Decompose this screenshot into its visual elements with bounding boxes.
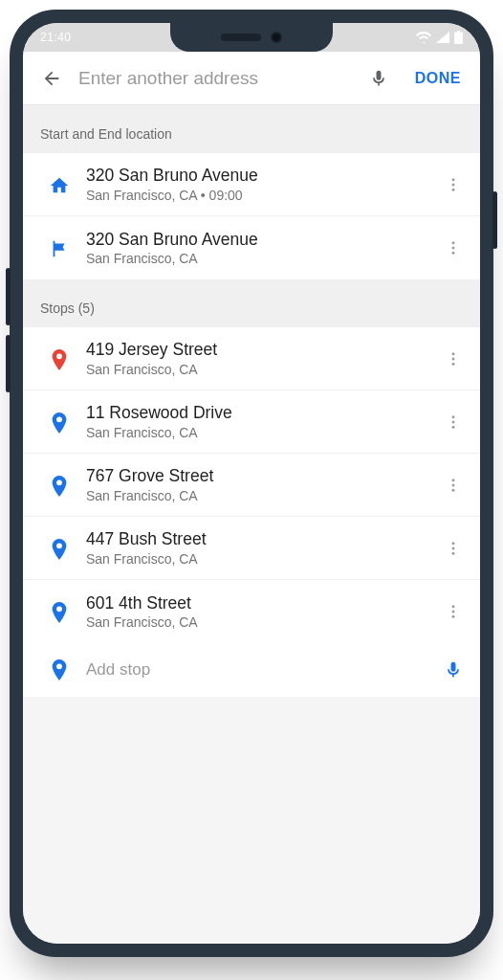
pin-icon	[40, 598, 78, 625]
add-stop-row[interactable]: Add stop	[23, 643, 480, 697]
done-button[interactable]: DONE	[405, 70, 470, 87]
notch	[170, 23, 333, 52]
svg-point-7	[452, 252, 455, 255]
more-vert-icon	[445, 540, 462, 557]
svg-point-12	[56, 416, 62, 422]
voice-search-button[interactable]	[360, 59, 398, 98]
section-header-stops: Stops (5)	[23, 279, 480, 327]
row-sub: San Francisco, CA	[86, 425, 436, 440]
svg-point-28	[56, 663, 62, 669]
screen: 21:40 DONE Start and End location	[23, 23, 480, 944]
svg-point-14	[452, 420, 455, 423]
section-header-start-end: Start and End location	[23, 105, 480, 153]
svg-point-10	[452, 357, 455, 360]
start-end-list: 320 San Bruno Avenue San Francisco, CA •…	[23, 153, 480, 279]
stop-row[interactable]: 601 4th Street San Francisco, CA	[23, 580, 480, 643]
svg-point-18	[452, 483, 455, 486]
phone-frame: 21:40 DONE Start and End location	[10, 10, 493, 957]
svg-point-17	[452, 479, 455, 481]
pin-icon	[40, 409, 78, 435]
svg-point-19	[452, 488, 455, 491]
svg-point-5	[452, 241, 455, 244]
row-sub: San Francisco, CA	[86, 551, 436, 567]
add-stop-placeholder: Add stop	[78, 660, 436, 679]
row-overflow-button[interactable]	[436, 350, 470, 368]
svg-point-4	[452, 188, 455, 190]
row-title: 320 San Bruno Avenue	[86, 166, 436, 187]
stop-row[interactable]: 447 Bush Street San Francisco, CA	[23, 517, 480, 580]
row-sub: San Francisco, CA	[86, 251, 436, 266]
svg-point-11	[452, 362, 455, 365]
row-overflow-button[interactable]	[436, 413, 470, 431]
svg-point-3	[452, 183, 455, 186]
svg-point-26	[452, 611, 455, 613]
end-location-row[interactable]: 320 San Bruno Avenue San Francisco, CA	[23, 216, 480, 279]
pin-icon	[40, 472, 78, 499]
svg-point-2	[452, 178, 455, 181]
svg-point-16	[56, 479, 62, 485]
row-overflow-button[interactable]	[436, 239, 470, 256]
svg-point-9	[452, 352, 455, 355]
row-overflow-button[interactable]	[436, 540, 470, 557]
svg-point-27	[452, 615, 455, 618]
empty-area	[23, 697, 480, 944]
row-title: 601 4th Street	[86, 593, 436, 614]
arrow-left-icon	[41, 68, 62, 89]
svg-point-8	[56, 353, 62, 359]
search-row: DONE	[23, 52, 480, 105]
row-overflow-button[interactable]	[436, 603, 470, 620]
start-location-row[interactable]: 320 San Bruno Avenue San Francisco, CA •…	[23, 153, 480, 216]
svg-rect-0	[454, 33, 463, 45]
stop-row[interactable]: 767 Grove Street San Francisco, CA	[23, 454, 480, 517]
row-sub: San Francisco, CA	[86, 362, 436, 377]
svg-point-22	[452, 546, 455, 549]
mic-icon	[369, 69, 388, 88]
row-sub: San Francisco, CA • 09:00	[86, 188, 436, 203]
status-time: 21:40	[40, 31, 72, 44]
row-sub: San Francisco, CA	[86, 488, 436, 503]
stops-list: 419 Jersey Street San Francisco, CA 11 R…	[23, 327, 480, 643]
row-overflow-button[interactable]	[436, 477, 470, 494]
pin-icon	[40, 657, 78, 682]
svg-rect-1	[457, 31, 460, 33]
svg-point-20	[56, 543, 62, 548]
home-icon	[40, 173, 78, 196]
svg-point-25	[452, 605, 455, 608]
svg-point-21	[452, 542, 455, 545]
row-overflow-button[interactable]	[436, 176, 470, 193]
row-title: 767 Grove Street	[86, 466, 436, 487]
stop-row[interactable]: 419 Jersey Street San Francisco, CA	[23, 327, 480, 390]
pin-icon	[40, 535, 78, 562]
svg-point-6	[452, 247, 455, 250]
svg-point-15	[452, 425, 455, 428]
more-vert-icon	[445, 603, 462, 620]
svg-point-23	[452, 551, 455, 554]
row-title: 419 Jersey Street	[86, 340, 436, 361]
status-icons	[416, 31, 463, 44]
svg-point-13	[452, 415, 455, 418]
back-button[interactable]	[33, 59, 71, 98]
row-title: 11 Rosewood Drive	[86, 403, 436, 424]
more-vert-icon	[445, 413, 462, 431]
row-sub: San Francisco, CA	[86, 614, 436, 630]
row-title: 320 San Bruno Avenue	[86, 230, 436, 251]
flag-icon	[40, 236, 78, 259]
row-title: 447 Bush Street	[86, 529, 436, 550]
stop-row[interactable]: 11 Rosewood Drive San Francisco, CA	[23, 390, 480, 454]
more-vert-icon	[445, 350, 462, 368]
pin-icon	[40, 345, 78, 372]
more-vert-icon	[445, 176, 462, 193]
address-search-input[interactable]	[78, 68, 352, 89]
voice-add-button[interactable]	[436, 660, 470, 679]
mic-icon	[444, 660, 463, 679]
svg-point-24	[56, 606, 62, 612]
more-vert-icon	[445, 239, 462, 256]
more-vert-icon	[445, 477, 462, 494]
